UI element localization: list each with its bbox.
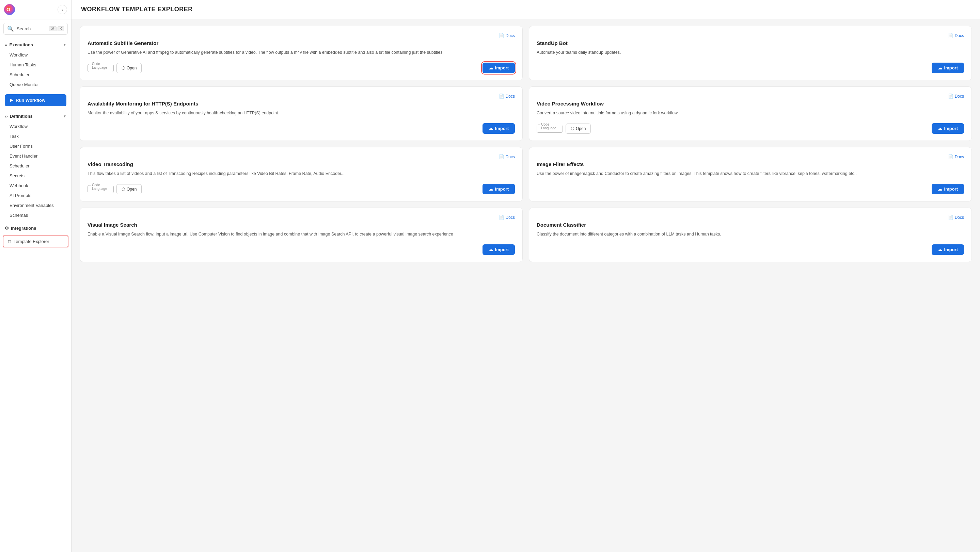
definitions-header[interactable]: ‹› Definitions ▼ xyxy=(0,111,71,122)
search-bar[interactable]: 🔍 Search ⌘ K xyxy=(3,23,68,35)
import-button-availability-monitoring[interactable]: ☁ Import xyxy=(482,123,515,134)
code-lang-label-video-transcoding: Code Language xyxy=(91,183,113,190)
sidebar-item-task[interactable]: Task xyxy=(0,132,71,141)
import-button-video-transcoding[interactable]: ☁ Import xyxy=(482,184,515,194)
template-explorer-label: Template Explorer xyxy=(14,239,49,244)
card-footer-availability-monitoring: ☁ Import xyxy=(88,123,515,134)
sidebar-item-event-handler[interactable]: Event Handler xyxy=(0,151,71,161)
definitions-icon: ‹› xyxy=(5,114,8,119)
page-header: WORKFLOW TEMPLATE EXPLORER xyxy=(72,0,980,19)
executions-chevron: ▼ xyxy=(63,43,67,47)
docs-link-availability-monitoring[interactable]: 📄 Docs xyxy=(499,94,515,99)
code-lang-label-auto-subtitle: Code Language xyxy=(91,62,113,70)
sidebar-header: O ‹ xyxy=(0,0,71,19)
sidebar-item-def-workflow[interactable]: Workflow xyxy=(0,122,71,132)
card-top-row-image-filter: 📄 Docs xyxy=(537,154,964,159)
open-button-video-processing[interactable]: ⬡ Open xyxy=(566,124,591,134)
cloud-icon-video-processing: ☁ xyxy=(938,126,942,131)
code-lang-label-video-processing: Code Language xyxy=(540,122,563,130)
card-desc-visual-image-search: Enable a Visual Image Search flow. Input… xyxy=(88,231,515,239)
card-top-row-availability-monitoring: 📄 Docs xyxy=(88,94,515,99)
sidebar-item-queue-monitor[interactable]: Queue Monitor xyxy=(0,79,71,89)
docs-icon-image-filter: 📄 xyxy=(948,154,953,159)
card-footer-document-classifier: ☁ Import xyxy=(537,244,964,255)
github-icon-video-transcoding: ⬡ xyxy=(122,187,125,192)
import-button-video-processing[interactable]: ☁ Import xyxy=(932,123,964,134)
docs-link-visual-image-search[interactable]: 📄 Docs xyxy=(499,215,515,220)
open-button-auto-subtitle[interactable]: ⬡ Open xyxy=(116,63,142,73)
card-top-row-video-transcoding: 📄 Docs xyxy=(88,154,515,159)
import-button-standup-bot[interactable]: ☁ Import xyxy=(932,63,964,73)
shortcut-meta: ⌘ xyxy=(49,26,57,31)
docs-label-standup-bot: Docs xyxy=(955,33,964,38)
card-title-availability-monitoring: Availability Monitoring for HTTP(S) Endp… xyxy=(88,101,515,106)
docs-label-auto-subtitle: Docs xyxy=(506,33,515,38)
import-button-image-filter[interactable]: ☁ Import xyxy=(932,184,964,194)
card-footer-standup-bot: ☁ Import xyxy=(537,63,964,73)
card-desc-standup-bot: Automate your teams daily standup update… xyxy=(537,49,964,57)
search-label: Search xyxy=(17,26,46,31)
definitions-label: Definitions xyxy=(10,114,33,119)
template-explorer-item[interactable]: □ Template Explorer xyxy=(3,235,68,247)
card-footer-video-processing: Code Language Java Python Go ⬡ Open☁ Imp… xyxy=(537,123,964,134)
run-workflow-label: Run Workflow xyxy=(16,98,45,103)
card-desc-auto-subtitle: Use the power of Generative AI and ffmpe… xyxy=(88,49,515,57)
sidebar-item-exec-workflow[interactable]: Workflow xyxy=(0,50,71,60)
template-card-video-transcoding: 📄 Docs Video TranscodingThis flow takes … xyxy=(80,147,523,201)
sidebar-item-user-forms[interactable]: User Forms xyxy=(0,141,71,151)
sidebar-item-env-vars[interactable]: Environment Variables xyxy=(0,200,71,210)
docs-icon-visual-image-search: 📄 xyxy=(499,215,504,220)
svg-text:O: O xyxy=(6,7,10,12)
card-desc-document-classifier: Classify the document into different cat… xyxy=(537,231,964,239)
sidebar: O ‹ 🔍 Search ⌘ K ≡ Executions ▼ Workflow… xyxy=(0,0,72,552)
search-shortcut: ⌘ K xyxy=(49,26,64,31)
docs-link-image-filter[interactable]: 📄 Docs xyxy=(948,154,964,159)
sidebar-item-def-scheduler[interactable]: Scheduler xyxy=(0,161,71,171)
template-card-document-classifier: 📄 Docs Document ClassifierClassify the d… xyxy=(529,208,972,262)
cloud-icon-document-classifier: ☁ xyxy=(938,247,942,252)
docs-icon-standup-bot: 📄 xyxy=(948,33,953,38)
template-card-auto-subtitle: 📄 Docs Automatic Subtitle GeneratorUse t… xyxy=(80,26,523,80)
card-top-row-video-processing: 📄 Docs xyxy=(537,94,964,99)
cloud-icon-auto-subtitle: ☁ xyxy=(488,65,493,70)
executions-header[interactable]: ≡ Executions ▼ xyxy=(0,40,71,50)
import-button-document-classifier[interactable]: ☁ Import xyxy=(932,244,964,255)
cards-container: 📄 Docs Automatic Subtitle GeneratorUse t… xyxy=(72,19,980,552)
sidebar-item-ai-prompts[interactable]: AI Prompts xyxy=(0,190,71,200)
docs-link-auto-subtitle[interactable]: 📄 Docs xyxy=(499,33,515,38)
integrations-item[interactable]: ⚙ Integrations xyxy=(0,223,71,233)
card-desc-image-filter: Use the power of imagemagick and Conduct… xyxy=(537,170,964,178)
docs-icon-availability-monitoring: 📄 xyxy=(499,94,504,99)
sidebar-collapse-button[interactable]: ‹ xyxy=(57,5,67,14)
card-top-row-standup-bot: 📄 Docs xyxy=(537,33,964,38)
docs-label-video-processing: Docs xyxy=(955,94,964,99)
sidebar-item-exec-scheduler[interactable]: Scheduler xyxy=(0,70,71,79)
docs-link-video-transcoding[interactable]: 📄 Docs xyxy=(499,154,515,159)
main-content: WORKFLOW TEMPLATE EXPLORER 📄 Docs Automa… xyxy=(72,0,980,552)
docs-link-video-processing[interactable]: 📄 Docs xyxy=(948,94,964,99)
sidebar-item-secrets[interactable]: Secrets xyxy=(0,171,71,181)
code-lang-fieldset-video-processing: Code Language Java Python Go xyxy=(537,125,563,133)
shortcut-key: K xyxy=(57,26,64,31)
docs-link-standup-bot[interactable]: 📄 Docs xyxy=(948,33,964,38)
card-title-image-filter: Image Filter Effects xyxy=(537,161,964,167)
github-icon-video-processing: ⬡ xyxy=(571,126,574,131)
template-explorer-icon: □ xyxy=(8,239,11,244)
import-button-auto-subtitle[interactable]: ☁ Import xyxy=(482,63,515,73)
sidebar-item-schemas[interactable]: Schemas xyxy=(0,210,71,220)
card-desc-video-transcoding: This flow takes a list of videos and a l… xyxy=(88,170,515,178)
code-lang-fieldset-auto-subtitle: Code Language Java Python Go xyxy=(88,64,114,72)
open-button-video-transcoding[interactable]: ⬡ Open xyxy=(116,184,142,194)
github-icon-auto-subtitle: ⬡ xyxy=(122,66,125,70)
code-lang-fieldset-video-transcoding: Code Language Java Python Go xyxy=(88,185,114,193)
page-title: WORKFLOW TEMPLATE EXPLORER xyxy=(81,6,193,13)
run-workflow-button[interactable]: ▶ Run Workflow xyxy=(5,94,67,106)
search-icon: 🔍 xyxy=(7,25,14,32)
docs-icon-document-classifier: 📄 xyxy=(948,215,953,220)
import-button-visual-image-search[interactable]: ☁ Import xyxy=(482,244,515,255)
card-title-video-transcoding: Video Transcoding xyxy=(88,161,515,167)
docs-link-document-classifier[interactable]: 📄 Docs xyxy=(948,215,964,220)
cloud-icon-standup-bot: ☁ xyxy=(938,65,942,70)
sidebar-item-webhook[interactable]: Webhook xyxy=(0,181,71,190)
sidebar-item-human-tasks[interactable]: Human Tasks xyxy=(0,60,71,70)
